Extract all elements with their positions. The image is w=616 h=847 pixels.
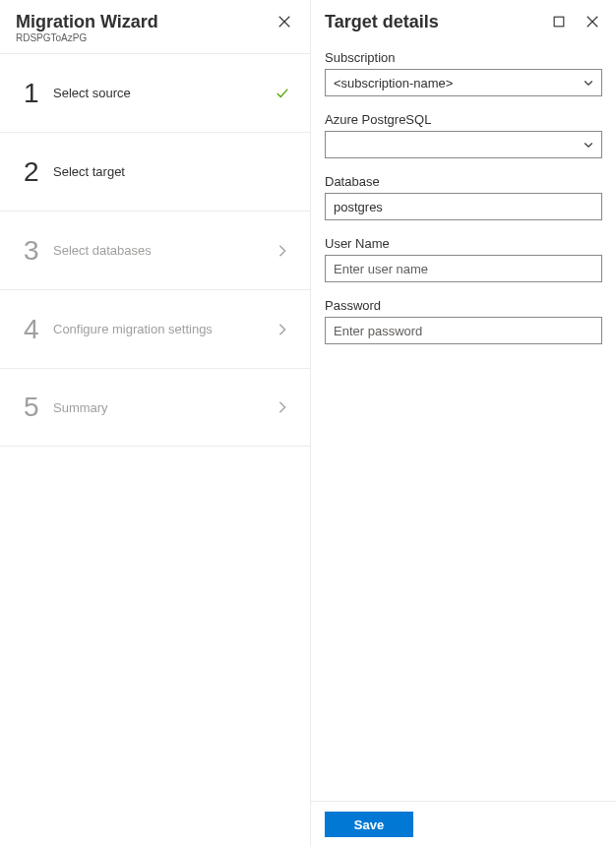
svg-rect-0 <box>554 17 564 27</box>
wizard-steps: 1 Select source 2 Select target 3 Select… <box>0 53 310 447</box>
azure-postgresql-input[interactable] <box>325 131 602 158</box>
wizard-header: Migration Wizard RDSPGToAzPG <box>0 0 310 53</box>
step-label: Summary <box>53 400 273 415</box>
step-number: 5 <box>24 392 53 423</box>
wizard-step-configure-settings[interactable]: 4 Configure migration settings <box>0 289 310 368</box>
wizard-titles: Migration Wizard RDSPGToAzPG <box>16 12 158 43</box>
step-number: 1 <box>24 78 53 109</box>
field-password: Password <box>325 298 602 344</box>
step-label: Configure migration settings <box>53 322 273 336</box>
step-status <box>273 397 292 417</box>
wizard-step-select-databases[interactable]: 3 Select databases <box>0 211 310 289</box>
username-label: User Name <box>325 236 602 251</box>
field-subscription: Subscription <box>325 50 602 96</box>
chevron-right-icon <box>276 165 289 179</box>
close-icon <box>585 15 599 29</box>
subscription-select[interactable] <box>325 69 602 96</box>
close-details-button[interactable] <box>583 12 602 31</box>
close-icon <box>277 15 291 29</box>
subscription-input[interactable] <box>325 69 602 96</box>
step-number: 3 <box>24 235 53 267</box>
database-label: Database <box>325 174 602 189</box>
chevron-right-icon <box>276 244 289 258</box>
wizard-step-select-source[interactable]: 1 Select source <box>0 53 310 132</box>
check-icon <box>276 87 289 100</box>
username-input[interactable] <box>325 255 602 282</box>
step-number: 2 <box>24 156 53 188</box>
maximize-icon <box>552 15 566 29</box>
password-input[interactable] <box>325 317 602 344</box>
subscription-label: Subscription <box>325 50 602 65</box>
step-status <box>273 84 292 103</box>
details-form: Subscription Azure PostgreSQL Database <box>311 50 616 801</box>
password-label: Password <box>325 298 602 313</box>
step-status <box>273 241 292 261</box>
details-title: Target details <box>325 12 439 32</box>
azure-postgresql-select[interactable] <box>325 131 602 158</box>
details-footer: Save <box>311 801 616 847</box>
wizard-title: Migration Wizard <box>16 12 158 32</box>
details-header-icons <box>549 12 602 31</box>
details-pane: Target details Subscription Azure Postgr… <box>311 0 616 847</box>
step-label: Select databases <box>53 243 273 258</box>
field-database: Database <box>325 174 602 220</box>
step-label: Select target <box>53 164 273 179</box>
step-status <box>273 320 292 339</box>
chevron-right-icon <box>276 323 289 336</box>
wizard-pane: Migration Wizard RDSPGToAzPG 1 Select so… <box>0 0 311 847</box>
maximize-button[interactable] <box>549 12 569 31</box>
step-number: 4 <box>24 314 53 345</box>
azure-postgresql-label: Azure PostgreSQL <box>325 112 602 127</box>
step-status <box>273 162 292 182</box>
save-button[interactable]: Save <box>325 812 413 837</box>
close-wizard-button[interactable] <box>275 12 294 31</box>
wizard-subtitle: RDSPGToAzPG <box>16 32 158 43</box>
field-azure-postgresql: Azure PostgreSQL <box>325 112 602 158</box>
wizard-step-summary[interactable]: 5 Summary <box>0 368 310 447</box>
details-header: Target details <box>311 0 616 50</box>
field-username: User Name <box>325 236 602 282</box>
wizard-step-select-target[interactable]: 2 Select target <box>0 132 310 211</box>
database-input[interactable] <box>325 193 602 220</box>
chevron-right-icon <box>276 400 289 414</box>
step-label: Select source <box>53 86 273 100</box>
